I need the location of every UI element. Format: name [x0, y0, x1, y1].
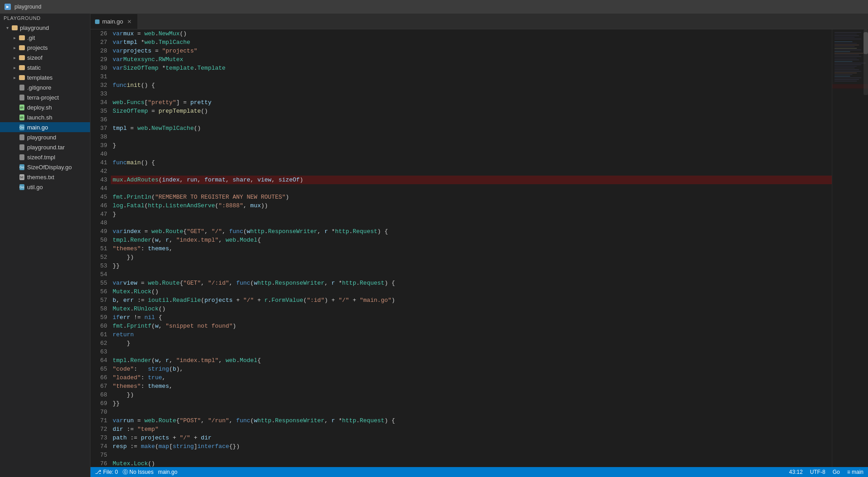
sidebar-label-git: .git — [27, 34, 35, 41]
sidebar-item-themes-txt[interactable]: txtthemes.txt — [0, 172, 90, 182]
tab-close-button[interactable]: ✕ — [126, 18, 133, 25]
code-line-61[interactable]: return — [111, 330, 832, 339]
sidebar-item-gitignore[interactable]: .gitignore — [0, 82, 90, 92]
code-line-29[interactable]: var Mutex sync.RWMutex — [111, 55, 832, 64]
sidebar-item-terra-project[interactable]: terra-project — [0, 92, 90, 102]
sidebar-item-util-go[interactable]: Goutil.go — [0, 182, 90, 192]
code-line-41[interactable]: func main() { — [111, 158, 832, 167]
code-line-53[interactable]: }} — [111, 262, 832, 270]
code-line-39[interactable]: } — [111, 141, 832, 150]
code-line-55[interactable]: var view = web.Route{"GET", "/:id", func… — [111, 279, 832, 287]
code-line-45[interactable]: fmt.Println("REMEMBER TO REGISTER ANY NE… — [111, 193, 832, 201]
code-line-37[interactable]: tmpl = web.NewTmplCache() — [111, 124, 832, 133]
code-line-34[interactable]: web.Funcs["pretty"] = pretty — [111, 98, 832, 107]
line-number-72: 72 — [94, 425, 107, 434]
line-number-47: 47 — [94, 210, 107, 219]
sidebar-item-playground-file[interactable]: playground — [0, 132, 90, 142]
status-position[interactable]: 43:12 — [789, 469, 803, 475]
code-line-40[interactable] — [111, 150, 832, 158]
code-line-59[interactable]: if err != nil { — [111, 313, 832, 322]
code-line-48[interactable] — [111, 219, 832, 227]
sidebar-item-static[interactable]: static — [0, 62, 90, 72]
code-line-52[interactable]: }) — [111, 253, 832, 262]
code-line-43[interactable]: mux.AddRoutes(index, run, format, share,… — [111, 176, 832, 184]
file-icon-templates — [18, 74, 25, 81]
status-language[interactable]: Go — [833, 469, 840, 475]
code-line-49[interactable]: var index = web.Route{"GET", "/", func(w… — [111, 227, 832, 236]
code-content[interactable]: var mux = web.NewMux()var tmpl *web.Tmpl… — [111, 29, 832, 467]
sidebar-item-sizeof-tmpl[interactable]: sizeof.tmpl — [0, 152, 90, 162]
code-line-56[interactable]: Mutex.RLock() — [111, 287, 832, 296]
code-line-70[interactable] — [111, 408, 832, 416]
code-line-42[interactable] — [111, 167, 832, 176]
sidebar-item-projects[interactable]: projects — [0, 43, 90, 52]
code-line-27[interactable]: var tmpl *web.TmplCache — [111, 38, 832, 47]
svg-rect-4 — [835, 37, 854, 38]
code-line-66[interactable]: "loaded": true, — [111, 373, 832, 382]
svg-rect-1 — [835, 32, 861, 33]
code-line-51[interactable]: "themes": themes, — [111, 244, 832, 253]
code-line-57[interactable]: b, err := ioutil.ReadFile(projects + "/"… — [111, 296, 832, 305]
sidebar-item-sizeof[interactable]: sizeof — [0, 52, 90, 62]
tab-main-go[interactable]: main.go ✕ — [90, 14, 138, 29]
status-git[interactable]: ⎇ File: 0 — [95, 469, 118, 475]
code-line-26[interactable]: var mux = web.NewMux() — [111, 29, 832, 38]
status-encoding[interactable]: UTF-8 — [810, 469, 825, 475]
code-editor[interactable]: 2627282930313233343536373839404142434445… — [90, 29, 832, 467]
line-number-39: 39 — [94, 141, 107, 150]
svg-rect-13 — [832, 84, 868, 89]
code-line-50[interactable]: tmpl.Render(w, r, "index.tmpl", web.Mode… — [111, 236, 832, 244]
code-line-76[interactable]: Mutex.Lock() — [111, 459, 832, 467]
line-number-65: 65 — [94, 365, 107, 373]
code-line-35[interactable]: SizeOfTemp = prepTemplate() — [111, 107, 832, 115]
code-line-63[interactable] — [111, 348, 832, 356]
sidebar-item-deploy-sh[interactable]: shdeploy.sh — [0, 102, 90, 112]
sidebar-label-projects: projects — [27, 44, 48, 51]
sidebar-item-playground-tar[interactable]: playground.tar — [0, 142, 90, 152]
code-line-28[interactable]: var projects = "projects" — [111, 47, 832, 55]
svg-rect-11 — [835, 50, 861, 50]
line-number-68: 68 — [94, 391, 107, 399]
code-line-58[interactable]: Mutex.RUnlock() — [111, 305, 832, 313]
code-line-54[interactable] — [111, 270, 832, 279]
sidebar-label-deploy-sh: deploy.sh — [27, 104, 52, 111]
code-line-31[interactable] — [111, 72, 832, 81]
sidebar-label-SizeOfDisplay-go: SizeOfDisplay.go — [27, 164, 72, 171]
code-line-72[interactable]: dir := "temp" — [111, 425, 832, 434]
line-number-28: 28 — [94, 47, 107, 55]
sidebar-item-launch-sh[interactable]: shlaunch.sh — [0, 112, 90, 122]
code-line-73[interactable]: path := projects + "/" + dir — [111, 434, 832, 442]
sidebar-item-main-go[interactable]: Gomain.go — [0, 122, 90, 132]
git-branch-label: File: 0 — [103, 469, 118, 475]
code-line-44[interactable] — [111, 184, 832, 193]
code-line-68[interactable]: }) — [111, 391, 832, 399]
status-errors[interactable]: ⓪ No Issues — [123, 468, 154, 476]
code-line-62[interactable]: } — [111, 339, 832, 348]
status-main[interactable]: ≡ main — [847, 469, 863, 475]
code-line-32[interactable]: func init() { — [111, 81, 832, 90]
code-line-64[interactable]: tmpl.Render(w, r, "index.tmpl", web.Mode… — [111, 356, 832, 365]
code-line-74[interactable]: resp := make(map[string]interface{}) — [111, 442, 832, 451]
code-line-60[interactable]: fmt.Fprintf(w, "snippet not found") — [111, 322, 832, 330]
code-line-36[interactable] — [111, 115, 832, 124]
sidebar-item-templates[interactable]: templates — [0, 72, 90, 82]
code-line-65[interactable]: "code": string(b), — [111, 365, 832, 373]
sidebar-item-git[interactable]: .git — [0, 33, 90, 43]
code-line-47[interactable]: } — [111, 210, 832, 219]
tab-bar: main.go ✕ — [90, 14, 868, 29]
code-line-33[interactable] — [111, 90, 832, 98]
code-line-46[interactable]: log.Fatal(http.ListenAndServe(":8888", m… — [111, 201, 832, 210]
code-line-67[interactable]: "themes": themes, — [111, 382, 832, 391]
line-number-46: 46 — [94, 201, 107, 210]
code-line-71[interactable]: var run = web.Route{"POST", "/run", func… — [111, 416, 832, 425]
svg-rect-9 — [835, 46, 854, 47]
code-line-30[interactable]: var SizeOfTemp *template.Template — [111, 64, 832, 72]
sidebar-item-playground-root[interactable]: playground — [0, 23, 90, 33]
sidebar-item-SizeOfDisplay-go[interactable]: GoSizeOfDisplay.go — [0, 162, 90, 172]
line-number-30: 30 — [94, 64, 107, 72]
file-icon-themes-txt: txt — [18, 173, 25, 181]
code-line-69[interactable]: }} — [111, 399, 832, 408]
code-line-75[interactable] — [111, 451, 832, 459]
svg-rect-31 — [835, 81, 857, 81]
code-line-38[interactable] — [111, 133, 832, 141]
